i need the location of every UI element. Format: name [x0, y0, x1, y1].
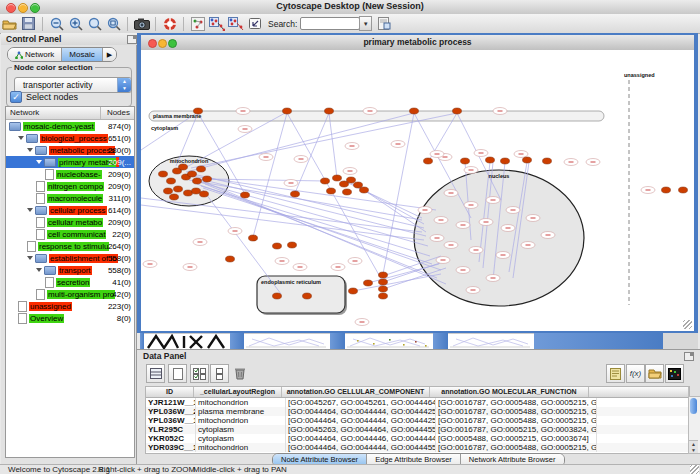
table-cell[interactable]: YJR121W__1	[146, 398, 196, 407]
tree-item[interactable]: mosaic-demo-yeast874(0)	[6, 120, 134, 132]
table-cell[interactable]: [GO:0005488, GO:0005215, GO:0003674]	[436, 434, 597, 443]
snapshot-icon[interactable]	[133, 16, 150, 32]
tree-item[interactable]: macromolecule311(0)	[6, 192, 134, 204]
node-label-text[interactable]	[348, 171, 353, 172]
node-label-text[interactable]	[360, 322, 365, 323]
hidden-window-content[interactable]	[144, 333, 230, 349]
table-cell[interactable]: [GO:0016787, GO:0005488, GO:0005215, G..…	[436, 407, 597, 416]
network-node[interactable]	[327, 188, 336, 194]
network-node[interactable]	[379, 293, 388, 299]
node-label-text[interactable]	[469, 205, 474, 206]
tab-mosaic[interactable]: Mosaic	[62, 48, 102, 61]
network-node[interactable]	[662, 187, 671, 193]
hidden-window-border[interactable]	[534, 333, 663, 349]
node-label-text[interactable]	[198, 242, 203, 243]
expand-arrow-icon[interactable]	[27, 148, 33, 152]
hidden-window-border[interactable]	[433, 333, 448, 349]
network-view-titlebar[interactable]: primary metabolic process	[141, 35, 694, 51]
select-nodes-checkbox[interactable]: ✓	[10, 91, 22, 103]
node-label-text[interactable]	[484, 222, 489, 223]
matrix-view-icon[interactable]	[665, 364, 684, 383]
node-label-text[interactable]	[506, 228, 511, 229]
node-label-text[interactable]	[298, 267, 303, 268]
tree-item[interactable]: nucleobase-209(0)	[6, 168, 134, 180]
hidden-window-border[interactable]	[230, 333, 244, 349]
node-label-text[interactable]	[479, 153, 484, 154]
network-node[interactable]	[333, 175, 342, 181]
table-cell[interactable]: YDR039C__1	[146, 443, 196, 452]
table-cell[interactable]: [GO:0044464, GO:0044444, GO:0044425, G..…	[286, 416, 436, 425]
new-attribute-icon[interactable]	[168, 364, 187, 383]
search-dropdown-icon[interactable]: ▼	[359, 16, 372, 31]
node-label-text[interactable]	[435, 154, 440, 155]
network-node[interactable]	[283, 108, 292, 114]
network-node[interactable]	[343, 189, 352, 195]
tree-item[interactable]: secretion41(0)	[6, 276, 134, 288]
table-cell[interactable]: cytoplasm	[196, 425, 286, 434]
import-network-icon[interactable]	[246, 16, 263, 32]
table-cell[interactable]: [GO:0016787, GO:0005215, GO:0003824, G..…	[436, 425, 597, 434]
node-label-text[interactable]	[396, 144, 401, 145]
scrollbar-arrows[interactable]: ▲▼	[689, 440, 698, 453]
unselect-attributes-icon[interactable]	[210, 364, 229, 383]
open-session-icon[interactable]	[1, 16, 18, 32]
network-node[interactable]	[184, 190, 193, 196]
hidden-window-content[interactable]	[448, 333, 534, 349]
table-row[interactable]: YJR121W__1mitochondrion[GO:0045267, GO:0…	[146, 398, 689, 407]
expand-arrow-icon[interactable]	[36, 160, 42, 164]
table-row[interactable]: YDR039C__1mitochondrion[GO:0044464, GO:0…	[146, 443, 689, 452]
network-node[interactable]	[164, 188, 173, 194]
node-label-text[interactable]	[350, 146, 355, 147]
scrollbar-thumb[interactable]	[690, 398, 697, 414]
table-cell[interactable]: mitochondrion	[196, 398, 286, 407]
node-label-text[interactable]	[368, 111, 373, 112]
network-node[interactable]	[197, 166, 206, 172]
table-row[interactable]: YPL036W__2plasma membrane[GO:0044464, GO…	[146, 407, 689, 416]
network-node[interactable]	[303, 293, 312, 299]
node-label-text[interactable]	[423, 210, 428, 211]
expand-arrow-icon[interactable]	[27, 256, 33, 260]
table-cell[interactable]: [GO:0016787, GO:0005488, GO:0005215, G..…	[436, 416, 597, 425]
float-data-panel-icon[interactable]	[684, 352, 694, 361]
network-node[interactable]	[347, 177, 356, 183]
network-node[interactable]	[453, 108, 462, 114]
node-label-text[interactable]	[449, 245, 454, 246]
table-cell[interactable]: YLR295C	[146, 425, 196, 434]
node-label-text[interactable]	[519, 154, 524, 155]
filter-network-icon[interactable]	[227, 16, 244, 32]
node-label-text[interactable]	[501, 255, 506, 256]
network-canvas[interactable]: plasma membranecytoplasmmitochondrionnuc…	[141, 50, 694, 331]
hidden-window-border[interactable]	[330, 333, 345, 349]
attribute-table[interactable]: ID_cellularLayoutRegionannotation.GO CEL…	[145, 386, 690, 454]
table-cell[interactable]: [GO:0044464, GO:0044444, GO:0044455, G..…	[286, 443, 436, 452]
table-cell[interactable]: plasma membrane	[196, 407, 286, 416]
table-cell[interactable]: [GO:0016787, GO:0005488, GO:0005215, G..…	[436, 443, 597, 452]
table-cell[interactable]: YKR052C	[146, 434, 196, 443]
node-label-text[interactable]	[461, 225, 466, 226]
window-titlebar[interactable]: Cytoscape Desktop (New Session)	[0, 0, 700, 15]
dropdown-stepper-icon[interactable]: ▲▼	[117, 78, 131, 92]
network-node[interactable]	[364, 280, 373, 286]
table-row[interactable]: YLR295Ccytoplasm[GO:0045263, GO:0044464,…	[146, 425, 689, 434]
network-node[interactable]	[321, 178, 330, 184]
table-cell[interactable]: [GO:0045263, GO:0044464, GO:0044455, G..…	[286, 425, 436, 434]
search-input[interactable]	[300, 17, 360, 30]
node-label-text[interactable]	[336, 267, 341, 268]
table-cell[interactable]: [GO:0045267, GO:0045261, GO:0044464, G..…	[286, 398, 436, 407]
node-label-text[interactable]	[591, 162, 596, 163]
tree-item[interactable]: multi-organism pro42(0)	[6, 288, 134, 300]
network-node[interactable]	[424, 158, 433, 164]
node-label-text[interactable]	[353, 261, 358, 262]
network-node[interactable]	[325, 108, 334, 114]
annotation-browser-icon[interactable]	[376, 16, 393, 32]
node-label-text[interactable]	[569, 162, 574, 163]
network-node[interactable]	[486, 157, 495, 163]
zoom-selected-icon[interactable]	[86, 16, 103, 32]
network-node[interactable]	[273, 243, 282, 249]
create-network-icon[interactable]	[189, 16, 206, 32]
node-label-text[interactable]	[491, 200, 496, 201]
zoom-fit-icon[interactable]	[105, 16, 122, 32]
column-header[interactable]: _cellularLayoutRegion	[194, 387, 282, 397]
expand-arrow-icon[interactable]	[18, 136, 24, 140]
table-cell[interactable]: cytoplasm	[196, 434, 286, 443]
